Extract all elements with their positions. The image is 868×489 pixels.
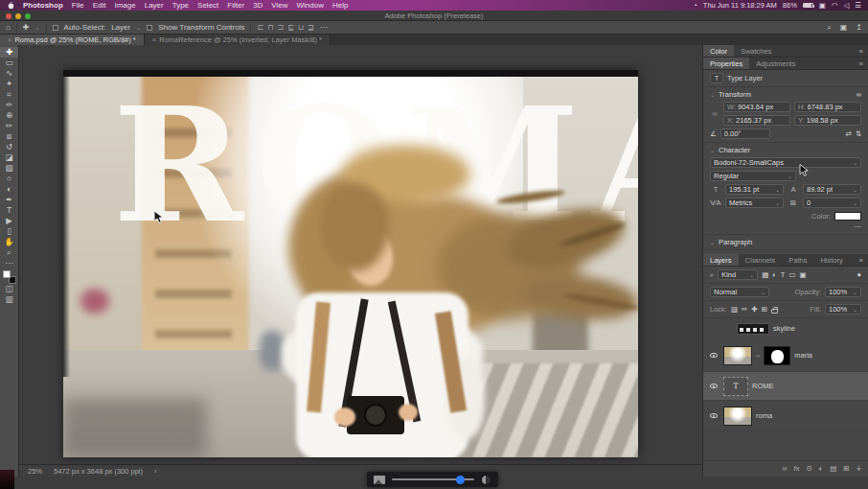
scrubber-track[interactable] [392,478,474,480]
marquee-tool[interactable]: ▭ [0,58,18,68]
more-tools[interactable]: ⋯ [0,258,18,268]
quick-selection-tool[interactable]: ✦ [0,79,18,89]
dodge-tool[interactable]: ◐ [0,184,18,195]
image-icon[interactable] [374,476,385,484]
tracking-field[interactable]: 0 ⌄ [803,198,861,208]
tab-swatches[interactable]: Swatches [734,45,779,57]
new-layer-icon[interactable]: ⊞ [843,464,849,474]
move-tool-icon[interactable]: ✚ [23,23,30,32]
move-tool[interactable]: ✚ [0,47,18,58]
zoom-level[interactable]: 25% [28,467,42,476]
link-icon[interactable]: ∞ [857,90,861,99]
lock-pixels-icon[interactable]: ✏ [742,305,747,314]
filter-pixel-icon[interactable]: ▦ [762,270,768,279]
align-center-v-icon[interactable]: ⊔ [298,23,304,32]
show-transform-checkbox[interactable] [147,25,152,31]
more-character-options-icon[interactable]: ⋯ [855,222,862,231]
panel-menu-icon[interactable]: ≡ [859,256,863,265]
layer-thumbnail[interactable] [723,407,752,426]
history-brush-tool[interactable]: ↺ [0,142,18,152]
layer-row-roma[interactable]: roma [703,401,868,431]
tab-adjustments[interactable]: Adjustments [749,58,802,69]
pen-tool[interactable]: ✒ [0,195,18,205]
font-size-field[interactable]: 195.31 pt ⌄ [725,184,784,195]
brush-tool[interactable]: ✏ [0,121,18,131]
new-group-icon[interactable]: ▤ [830,464,836,474]
menubar-datetime[interactable]: Thu Jun 11 9:18:29 AM [703,1,777,10]
layer-row-maria[interactable]: ∞ maria [703,339,868,372]
layer-name[interactable]: skyline [773,324,795,333]
align-bottom-icon[interactable]: ⊒ [308,23,314,32]
menu-help[interactable]: Help [332,1,348,10]
chevron-down-icon[interactable]: ⌄ [710,91,715,98]
lasso-tool[interactable]: ∿ [0,68,18,79]
rotation-field[interactable]: 0.00° [720,128,770,139]
tab-channels[interactable]: Channels [739,254,783,266]
link-layers-icon[interactable]: ∞ [782,464,787,474]
healing-brush-tool[interactable]: ⊕ [0,110,18,121]
lock-position-icon[interactable]: ✚ [751,305,757,314]
path-selection-tool[interactable]: ▶ [0,216,18,226]
align-center-h-icon[interactable]: ⊓ [267,23,273,32]
type-tool[interactable]: T [0,205,18,216]
filter-toggle-icon[interactable]: ● [857,270,861,279]
volume-icon[interactable]: ◁ [843,1,849,10]
layer-filter-kind-select[interactable]: Kind ⌄ [718,269,758,280]
crop-tool[interactable]: ⌗ [0,89,18,100]
visibility-toggle[interactable] [707,413,720,418]
menu-type[interactable]: Type [172,1,189,10]
fill-field[interactable]: 100% ⌄ [825,304,861,314]
filter-shape-icon[interactable]: ▭ [788,270,795,279]
menu-list-icon[interactable]: ☰ [855,1,861,10]
width-field[interactable]: W: 9043.64 px [723,102,790,112]
eyedropper-tool[interactable]: ✑ [0,100,18,110]
workspace-switcher-icon[interactable]: ▣ [840,23,848,33]
layer-style-fx-icon[interactable]: fx [794,464,800,474]
x-field[interactable]: X: 2165.37 px [723,115,790,126]
menu-image[interactable]: Image [114,1,135,10]
delete-layer-icon[interactable]: ⏚ [857,464,861,474]
chevron-down-icon[interactable]: ⌄ [710,147,715,153]
menu-view[interactable]: View [271,1,287,10]
home-icon[interactable]: ⌂ [6,23,11,32]
status-clock-icon[interactable]: ◔ [693,1,697,10]
tab-color[interactable]: Color [703,45,734,57]
panel-menu-icon[interactable]: ≡ [859,59,863,68]
chevron-down-icon[interactable]: ⌄ [710,239,715,245]
adjustment-layer-icon[interactable]: ◐ [819,464,824,474]
panel-menu-icon[interactable]: ≡ [859,47,863,56]
menu-select[interactable]: Select [197,1,218,10]
tab-layers[interactable]: Layers [703,254,739,266]
close-icon[interactable]: × [152,35,156,44]
menu-window[interactable]: Window [297,1,324,10]
y-field[interactable]: Y: 198.58 px [794,115,861,126]
layer-mask-thumbnail[interactable] [764,346,790,365]
lock-all-icon[interactable] [771,309,778,314]
add-mask-icon[interactable]: ⊙ [806,464,811,474]
layer-name[interactable]: maria [794,351,812,360]
search-icon[interactable]: ⌕ [827,23,831,33]
layer-name[interactable]: roma [756,411,772,420]
blur-tool[interactable]: ○ [0,174,18,184]
quick-mask-button[interactable]: ◫ [0,284,18,294]
close-window-button[interactable] [6,13,11,19]
screen-mode-button[interactable]: ▥ [0,294,18,305]
filter-adjustment-icon[interactable]: ◐ [772,270,777,279]
shape-tool[interactable]: ▯ [0,226,18,237]
apple-icon[interactable] [7,1,14,10]
doc-tab-roma[interactable]: × Roma.psd @ 25% (ROME, RGB/8#) * [0,35,145,45]
chevron-down-icon[interactable]: ⌄ [35,24,40,31]
tab-history[interactable]: History [813,254,849,266]
tab-paths[interactable]: Paths [782,254,813,266]
menu-photoshop[interactable]: Photoshop [23,1,63,10]
zoom-tool[interactable]: ⌕ [0,247,18,258]
menu-edit[interactable]: Edit [93,1,106,10]
chevron-right-icon[interactable]: › [154,467,157,476]
align-top-icon[interactable]: ⊑ [287,23,294,32]
layer-row-skyline[interactable]: skyline [703,318,868,339]
more-options-icon[interactable]: ⋯ [320,23,328,32]
zoom-window-button[interactable] [25,13,31,19]
menu-file[interactable]: File [72,1,84,10]
auto-select-checkbox[interactable] [53,25,58,31]
mask-link-icon[interactable]: ∞ [756,353,760,359]
